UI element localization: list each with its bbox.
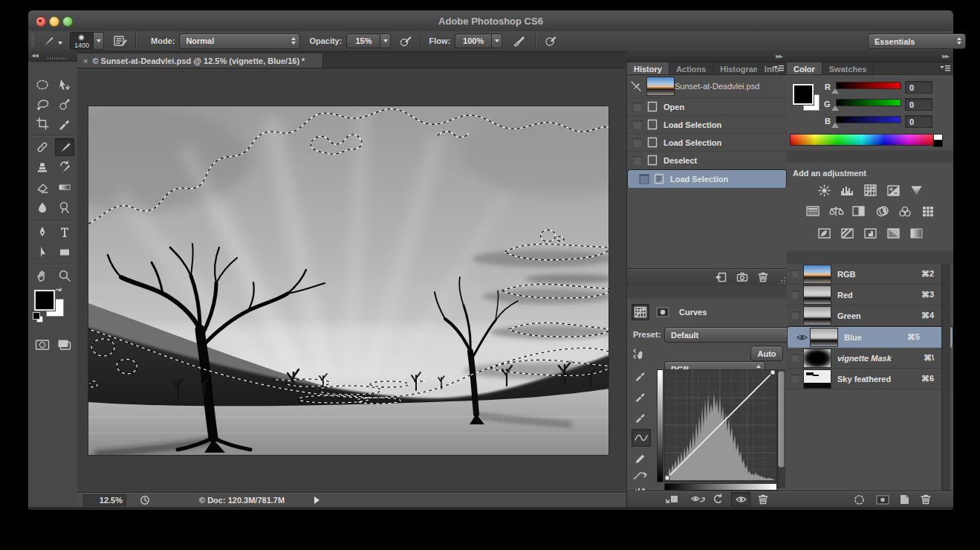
channel-thumbnail[interactable] (803, 265, 831, 284)
panel-resize-grip[interactable] (779, 277, 785, 284)
white-point-eyedropper-icon[interactable] (635, 411, 646, 423)
gradient-tool[interactable] (55, 178, 74, 196)
collapse-tools-icon[interactable]: ◀◀ (31, 53, 38, 59)
red-value-field[interactable]: 0 (905, 81, 932, 94)
tab-history[interactable]: History (627, 62, 669, 74)
panel-menu-icon[interactable] (940, 65, 950, 72)
blue-slider-bar[interactable] (836, 116, 901, 123)
close-icon[interactable]: × (83, 56, 88, 65)
brush-tool-preset-icon[interactable] (39, 34, 58, 48)
opacity-value[interactable]: 15% (346, 33, 380, 48)
document-size-info[interactable]: © Doc: 120.3M/781.7M (199, 496, 285, 505)
invert-icon[interactable] (817, 227, 831, 240)
hue-saturation-icon[interactable] (805, 204, 820, 218)
channel-row-vignette-mask[interactable]: vignette Mask ⌘\ (787, 348, 953, 369)
reset-icon[interactable] (713, 494, 724, 505)
move-tool[interactable] (55, 76, 74, 94)
visibility-checkbox[interactable] (791, 269, 800, 279)
brightness-contrast-icon[interactable] (817, 184, 831, 197)
history-item[interactable]: Deselect (627, 152, 787, 169)
history-snapshot-row[interactable]: Sunset-at-Deadvlei.psd (627, 75, 787, 98)
channel-thumbnail[interactable] (803, 369, 831, 389)
eraser-tool[interactable] (33, 178, 52, 196)
delete-trash-icon[interactable] (921, 494, 931, 505)
healing-brush-tool[interactable] (33, 138, 52, 156)
status-next-icon[interactable] (314, 496, 319, 504)
selective-color-icon[interactable] (909, 227, 924, 240)
visibility-checkbox[interactable] (791, 353, 800, 363)
collapse-panels-icon[interactable]: ▶▶ (942, 54, 949, 59)
options-grip[interactable] (31, 34, 34, 48)
color-lookup-icon[interactable] (921, 204, 935, 218)
smooth-curve-icon[interactable] (633, 470, 648, 481)
visibility-checkbox[interactable] (791, 311, 800, 320)
quick-selection-tool[interactable] (55, 95, 74, 113)
opacity-caret[interactable] (380, 33, 391, 48)
history-source-checkbox[interactable] (639, 174, 649, 184)
channel-thumbnail[interactable] (803, 306, 831, 326)
color-balance-icon[interactable] (828, 204, 843, 218)
marquee-tool[interactable] (33, 76, 52, 94)
tab-color[interactable]: Color (787, 62, 822, 74)
foreground-color-swatch[interactable] (34, 290, 55, 311)
channel-row-rgb[interactable]: RGB ⌘2 (787, 264, 953, 285)
red-slider-bar[interactable] (836, 82, 901, 89)
history-item[interactable]: Open (627, 98, 787, 116)
new-channel-icon[interactable] (899, 494, 910, 505)
curves-icon[interactable] (863, 184, 877, 197)
clip-to-layer-icon[interactable] (666, 494, 678, 505)
blue-slider-thumb[interactable] (831, 123, 839, 128)
tools-header[interactable]: ◀◀ (28, 51, 77, 62)
mask-properties-icon[interactable] (654, 304, 672, 320)
type-tool[interactable] (55, 223, 74, 241)
status-clock-icon[interactable] (140, 495, 150, 505)
black-point-eyedropper-icon[interactable] (635, 369, 646, 381)
flow-value[interactable]: 100% (455, 33, 492, 48)
tab-swatches[interactable]: Swatches (822, 62, 874, 74)
black-white-icon[interactable] (851, 204, 866, 218)
path-selection-tool[interactable] (33, 243, 52, 261)
properties-scrollbar-track[interactable] (777, 369, 785, 488)
visibility-eye-icon[interactable] (731, 492, 750, 506)
color-spectrum-bar[interactable] (790, 134, 934, 146)
canvas-image[interactable] (88, 106, 609, 455)
history-brush-tool[interactable] (55, 158, 74, 176)
channels-scrollbar-track[interactable] (941, 264, 950, 491)
new-document-from-state-icon[interactable] (715, 272, 727, 282)
toggle-brush-panel-button[interactable] (111, 35, 129, 47)
tab-histogram[interactable]: Histogram (713, 62, 758, 74)
history-source-icon[interactable] (630, 80, 642, 92)
targeted-adjustment-icon[interactable] (633, 347, 648, 360)
history-source-checkbox[interactable] (632, 120, 643, 130)
zoom-level-field[interactable]: 12.5% (83, 494, 126, 506)
delete-trash-icon[interactable] (758, 271, 768, 282)
threshold-icon[interactable] (863, 227, 877, 240)
curves-plot[interactable] (664, 369, 777, 482)
brush-preview[interactable]: 1400 (70, 32, 94, 50)
channel-thumbnail[interactable] (810, 328, 838, 347)
panel-menu-icon[interactable] (773, 65, 784, 72)
flow-caret[interactable] (492, 33, 502, 48)
history-source-checkbox[interactable] (632, 155, 643, 166)
blue-value-field[interactable]: 0 (905, 115, 932, 128)
shape-tool[interactable] (55, 243, 74, 261)
black-swatch[interactable] (933, 140, 943, 147)
workspace-select[interactable]: Essentials (868, 33, 966, 49)
quick-mask-button[interactable] (33, 336, 52, 354)
mode-select[interactable]: Normal (179, 33, 300, 49)
brush-preset-caret[interactable] (58, 42, 62, 45)
new-snapshot-camera-icon[interactable] (736, 272, 748, 282)
lasso-tool[interactable] (33, 95, 52, 113)
green-slider-bar[interactable] (836, 99, 901, 106)
blur-tool[interactable] (33, 198, 52, 216)
levels-icon[interactable] (840, 184, 854, 197)
channel-row-blue[interactable]: Blue ⌘5 (787, 326, 953, 348)
screen-mode-button[interactable] (55, 336, 74, 354)
canvas-area[interactable] (77, 68, 626, 492)
channel-row-green[interactable]: Green ⌘4 (787, 305, 953, 326)
pencil-icon[interactable] (635, 453, 646, 465)
visibility-eye-icon[interactable] (796, 334, 808, 341)
visibility-checkbox[interactable] (791, 290, 800, 300)
channel-row-red[interactable]: Red ⌘3 (787, 285, 953, 305)
airbrush-button[interactable] (511, 35, 529, 47)
